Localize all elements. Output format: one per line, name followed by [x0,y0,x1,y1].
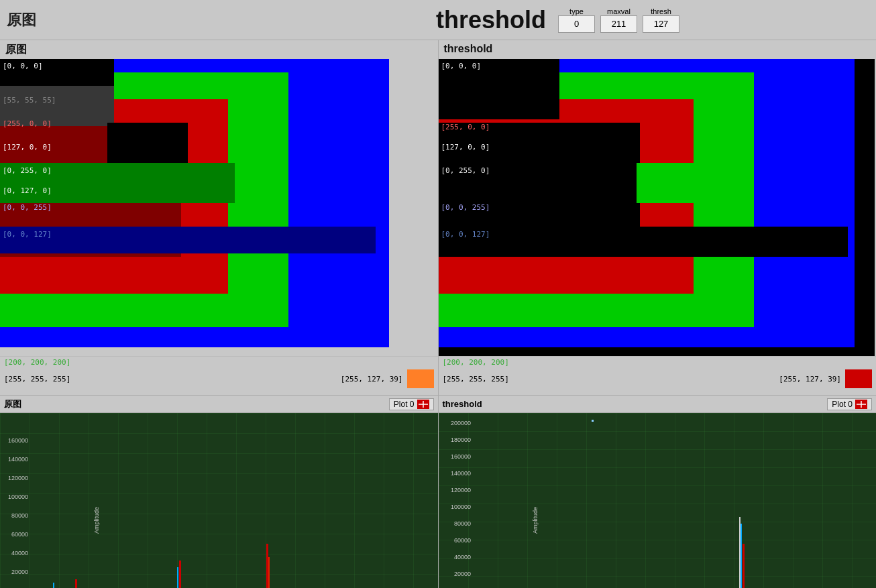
spike-left-1 [53,583,54,588]
bottom-left-chart-title: 原图 [4,398,21,410]
svg-text:140000: 140000 [450,470,470,477]
spike-right-red [743,544,745,588]
r-label-000: [0, 0, 0] [441,62,482,70]
type-input[interactable] [558,15,595,33]
r-label-02550: [0, 255, 0] [441,166,490,175]
bottom-right-chart-header: threshold Plot 0 [439,396,877,413]
svg-rect-3 [0,413,438,588]
left-chart-svg: Amplitude 0 20000 40000 60000 80000 1000… [0,413,438,588]
svg-text:100000: 100000 [450,504,470,510]
svg-text:40000: 40000 [11,550,28,556]
spike-left-4 [179,561,181,588]
main-panels: 原图 [0,40,876,396]
type-label: type [569,7,584,15]
bottom-left-chart-header: 原图 Plot 0 [0,396,438,413]
label-00255: [0, 0, 255] [3,203,52,212]
right-panel-label: threshold [444,43,493,55]
bottom-right-chart-panel: threshold Plot 0 Ampli [439,396,877,588]
svg-text:60000: 60000 [453,537,470,544]
right-bottom-label2: [255, 255, 255] [443,375,509,384]
spike-right-white [739,517,741,588]
spike-left-5 [266,544,268,588]
bottom-right-plot-label: Plot 0 [832,400,853,409]
top-bar-right: threshold type maxval thresh [436,6,869,34]
plot-icon-left [417,400,429,409]
bottom-right-chart-title: threshold [443,399,482,409]
thresh-label: thresh [651,7,671,15]
svg-text:80000: 80000 [453,520,470,527]
y-axis-label-left: Amplitude [93,507,100,534]
right-color-swatch [845,369,872,388]
spike-right-blue [741,524,742,588]
bottom-right-plot-button[interactable]: Plot 0 [827,398,872,410]
label-02550: [0, 255, 0] [3,166,52,175]
label-01270: [0, 127, 0] [3,186,52,195]
bottom-left-plot-button[interactable]: Plot 0 [389,398,434,410]
left-swatch-label: [255, 127, 39] [341,375,403,384]
spike-right-dot [592,420,594,422]
plot-icon-right [855,400,867,409]
left-bottom-label1: [200, 200, 200] [4,358,70,367]
svg-text:180000: 180000 [450,436,470,443]
svg-text:120000: 120000 [450,487,470,493]
right-image-panel: threshold [0, 0, 0] [439,40,877,395]
right-swatch-label: [255, 127, 39] [779,375,841,384]
right-chart-svg: Amplitude 0 20000 40000 60000 80000 1000… [439,413,877,588]
svg-text:120000: 120000 [8,475,28,481]
svg-text:80000: 80000 [11,512,28,519]
y-axis-label-right: Amplitude [532,507,539,534]
r-label-25500: [255, 0, 0] [441,123,490,131]
threshold-title: threshold [436,6,546,34]
spike-left-2 [75,579,77,588]
r-label-12700: [127, 0, 0] [441,143,490,152]
thresh-input[interactable] [643,15,679,33]
svg-text:160000: 160000 [450,453,470,460]
svg-text:140000: 140000 [8,456,28,463]
label-555555: [55, 55, 55] [3,96,56,105]
spike-left-6 [268,557,270,588]
maxval-input[interactable] [600,15,637,33]
r-label-00255: [0, 0, 255] [441,203,490,212]
top-bar: 原图 threshold type maxval thresh [0,0,876,40]
bottom-left-chart-panel: 原图 Plot 0 Amp [0,396,439,588]
maxval-label: maxval [607,7,631,15]
left-title-text: 原图 [7,11,36,28]
left-color-swatch [407,369,434,388]
left-image-panel: 原图 [0,40,439,395]
left-bottom-label2: [255, 255, 255] [4,375,70,384]
right-bottom-label1: [200, 200, 200] [443,358,509,367]
label-00127: [0, 0, 127] [3,230,52,239]
svg-rect-27 [439,413,877,588]
svg-text:20000: 20000 [453,571,470,577]
bottom-bar: 原图 Plot 0 Amp [0,396,876,588]
svg-text:20000: 20000 [11,569,28,575]
r-label-00127: [0, 0, 127] [441,230,490,239]
left-panel-label: 原图 [5,43,27,57]
svg-text:100000: 100000 [8,493,28,500]
spike-left-3 [177,567,178,588]
svg-text:200000: 200000 [450,420,470,426]
svg-text:40000: 40000 [453,554,470,561]
svg-text:160000: 160000 [8,437,28,444]
label-000: [0, 0, 0] [3,62,43,70]
label-12700: [127, 0, 0] [3,143,52,152]
bottom-left-plot-label: Plot 0 [394,400,415,409]
svg-text:60000: 60000 [11,531,28,538]
left-panel-title: 原图 [7,10,436,30]
label-25500: [255, 0, 0] [3,119,52,128]
